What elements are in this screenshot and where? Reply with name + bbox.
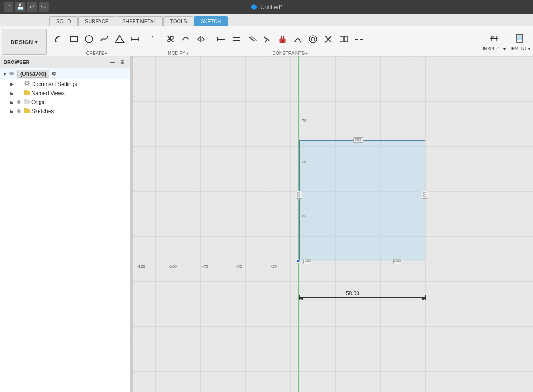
ruler-y-25: 25 [302, 214, 306, 218]
svg-line-6 [168, 36, 173, 42]
unsaved-badge[interactable]: (Unsaved) [17, 70, 49, 78]
constraint-left-mid [296, 191, 302, 199]
svg-rect-50 [305, 260, 307, 262]
root-arrow[interactable]: ▼ [2, 71, 8, 77]
tree-item-named-views[interactable]: ▶ 👁 Named Views [0, 89, 130, 98]
origin-arrow[interactable]: ▶ [9, 99, 15, 105]
ruler-y-75: 75 [302, 118, 306, 123]
undo-button[interactable]: ↩ [27, 2, 37, 12]
sketches-eye-icon[interactable]: 👁 [15, 108, 22, 115]
trim-tool-button[interactable] [163, 32, 178, 46]
tree-root-item[interactable]: ▼ 👁 (Unsaved) ⚙ [0, 68, 130, 79]
tree-item-origin[interactable]: ▶ 👁 Origin [0, 98, 130, 107]
modify-group: MODIFY ▾ [145, 28, 211, 56]
inspect-icon: 58 [488, 32, 500, 46]
tab-solid[interactable]: SOLID [49, 16, 78, 26]
horizontal-constraint-button[interactable] [214, 32, 228, 46]
named-views-arrow[interactable]: ▶ [9, 90, 15, 96]
pattern-constraint-button[interactable] [336, 32, 351, 46]
vertical-axis [298, 56, 299, 392]
save-button[interactable]: 💾 [15, 2, 25, 12]
concentric-constraint-button[interactable] [306, 32, 320, 46]
inspect-button[interactable]: 58 INSPECT ▾ [480, 28, 508, 56]
svg-rect-55 [424, 195, 426, 197]
colinear-constraint-button[interactable] [352, 32, 366, 46]
insert-icon [515, 32, 526, 46]
svg-marker-57 [422, 297, 426, 300]
svg-rect-47 [358, 138, 361, 140]
ruler-x-minus100: -100 [169, 264, 177, 269]
named-views-folder-icon [24, 90, 30, 97]
dimension-arrow-left [299, 296, 304, 302]
rectangle-tool-button[interactable] [67, 32, 81, 46]
browser-collapse-button[interactable]: — [108, 58, 116, 66]
svg-rect-51 [308, 260, 310, 262]
arc-tool-button[interactable] [51, 32, 66, 46]
offset-tool-button[interactable] [179, 32, 193, 46]
root-settings-icon[interactable]: ⚙ [51, 71, 58, 77]
constraint-bottom-right [393, 259, 402, 264]
constraints-tools-row [214, 28, 366, 50]
sketches-arrow[interactable]: ▶ [9, 108, 15, 114]
svg-line-19 [264, 37, 270, 41]
constraints-group: CONSTRAINTS ▾ [211, 28, 369, 56]
origin-eye-icon[interactable]: 👁 [15, 99, 22, 106]
svg-line-25 [325, 36, 331, 42]
equal-constraint-button[interactable] [229, 32, 244, 46]
origin-folder-icon [24, 99, 30, 106]
design-label: DESIGN [11, 39, 33, 45]
spline-tool-button[interactable] [97, 32, 112, 46]
redo-button[interactable]: ↪ [39, 2, 49, 12]
lock-constraint-button[interactable] [275, 32, 290, 46]
ruler-x-minus75: -75 [202, 264, 208, 269]
browser-header-icons: — ⊞ [108, 58, 126, 66]
svg-line-7 [168, 36, 173, 42]
tab-sheet-metal[interactable]: SHEET METAL [116, 16, 163, 26]
design-dropdown-button[interactable]: DESIGN ▾ [2, 29, 47, 55]
app-icon: 🔷 [251, 4, 258, 10]
browser-header: BROWSER — ⊞ [0, 56, 130, 68]
tab-bar: SOLID SURFACE SHEET METAL TOOLS SKETCH [0, 14, 533, 26]
tab-tools[interactable]: TOOLS [163, 16, 193, 26]
tree-item-document-settings[interactable]: ▶ 👁 Document Settings [0, 79, 130, 89]
svg-line-18 [251, 36, 257, 41]
origin-dot [296, 259, 300, 263]
svg-marker-56 [299, 297, 303, 300]
horizontal-axis [133, 261, 533, 261]
circle-tool-button[interactable] [82, 32, 96, 46]
doc-settings-arrow[interactable]: ▶ [9, 81, 15, 87]
parallel-constraint-button[interactable] [245, 32, 259, 46]
tab-surface[interactable]: SURFACE [78, 16, 115, 26]
tab-sketch[interactable]: SKETCH [194, 16, 228, 26]
browser-title: BROWSER [4, 59, 29, 65]
svg-rect-48 [298, 192, 300, 194]
canvas-area[interactable]: 75 50 25 -125 -100 -75 -50 -25 58.00 [133, 56, 533, 392]
insert-button[interactable]: INSERT ▾ [508, 28, 533, 56]
create-group: CREATE ▾ [49, 28, 145, 56]
constraints-label: CONSTRAINTS ▾ [273, 51, 308, 56]
svg-point-24 [311, 37, 315, 41]
svg-rect-54 [424, 192, 426, 194]
dimension-text: 58.00 [346, 290, 359, 297]
polygon-tool-button[interactable] [112, 32, 127, 46]
svg-point-23 [309, 36, 317, 43]
toolbar: SOLID SURFACE SHEET METAL TOOLS SKETCH D… [0, 14, 533, 56]
title-left-controls: 🗋 💾 ↩ ↪ [4, 2, 49, 12]
root-eye-icon[interactable]: 👁 [8, 70, 15, 77]
browser-expand-button[interactable]: ⊞ [118, 58, 126, 66]
svg-line-17 [249, 37, 255, 41]
fillet-tool-button[interactable] [148, 32, 162, 46]
tool-groups-row: DESIGN ▾ [0, 26, 533, 56]
perpendicular-constraint-button[interactable] [260, 32, 274, 46]
line-tool-button[interactable] [128, 32, 142, 46]
window-title: Untitled* [260, 4, 282, 10]
mirror-tool-button[interactable] [194, 32, 208, 46]
tangent-constraint-button[interactable] [291, 32, 305, 46]
svg-rect-52 [395, 260, 397, 262]
create-label: CREATE ▾ [86, 51, 107, 56]
tree-item-sketches[interactable]: ▶ 👁 Sketches [0, 107, 130, 116]
new-file-button[interactable]: 🗋 [4, 2, 13, 12]
modify-tools-row [148, 28, 208, 50]
sketch-rectangle[interactable] [299, 140, 425, 261]
symmetric-constraint-button[interactable] [321, 32, 336, 46]
